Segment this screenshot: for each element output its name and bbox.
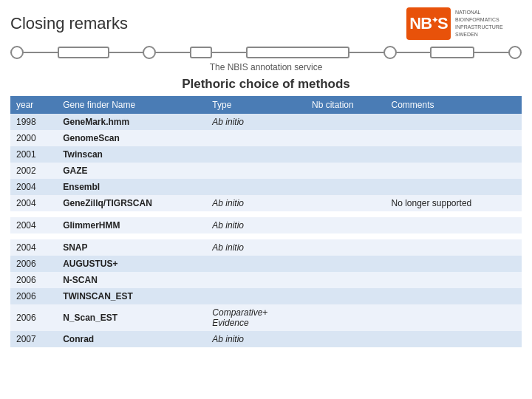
cell-nb	[306, 256, 386, 272]
pipeline-node-2	[143, 46, 156, 59]
cell-year: 2006	[10, 272, 57, 288]
cell-nb	[306, 217, 386, 233]
logo-area: NB✦S NATIONAL BIOINFORMATICSINPRASTRUCTU…	[406, 7, 522, 40]
cell-type	[206, 146, 306, 163]
table-row: 2007ConradAb initio	[10, 331, 522, 347]
cell-nb	[306, 195, 386, 211]
cell-year: 2006	[10, 288, 57, 304]
pipeline-bar	[0, 43, 532, 62]
col-type: Type	[206, 96, 306, 114]
cell-name: SNAP	[57, 239, 206, 256]
cell-year: 2004	[10, 239, 57, 256]
cell-nb	[306, 288, 386, 304]
col-nb: Nb citation	[306, 96, 386, 114]
cell-nb	[306, 239, 386, 256]
cell-nb	[306, 272, 386, 288]
cell-name: AUGUSTUS+	[57, 256, 206, 272]
cell-type	[206, 179, 306, 195]
table-row: 2004SNAPAb initio	[10, 239, 522, 256]
pipeline-rect-4	[430, 47, 474, 58]
section-title: Plethoric choice of methods	[0, 74, 532, 96]
table-row: 2006TWINSCAN_EST	[10, 288, 522, 304]
cell-name: GeneMark.hmm	[57, 114, 206, 130]
cell-comments	[385, 179, 522, 195]
cell-comments	[385, 130, 522, 146]
cell-comments	[385, 239, 522, 256]
cell-year: 2004	[10, 217, 57, 233]
logo-text: NB✦S	[409, 16, 447, 32]
col-name: Gene finder Name	[57, 96, 206, 114]
cell-name: GAZE	[57, 163, 206, 179]
table-row: 2001Twinscan	[10, 146, 522, 163]
col-year: year	[10, 96, 57, 114]
table-header-row: year Gene finder Name Type Nb citation C…	[10, 96, 522, 114]
cell-type: Ab initio	[206, 114, 306, 130]
pipeline-rect-1	[58, 47, 109, 58]
pipeline-node-3	[383, 46, 397, 59]
annotation-service-label: The NBIS annotation service	[0, 62, 532, 74]
cell-name: Ensembl	[57, 179, 206, 195]
cell-comments	[385, 288, 522, 304]
cell-nb	[306, 146, 386, 163]
cell-year: 2000	[10, 130, 57, 146]
cell-comments	[385, 146, 522, 163]
cell-year: 2004	[10, 195, 57, 211]
logo-subtitle: NATIONAL BIOINFORMATICSINPRASTRUCTURE SW…	[455, 9, 522, 38]
pipeline-rect-3	[246, 47, 349, 58]
pipeline-node-4	[508, 46, 522, 59]
cell-name: GlimmerHMM	[57, 217, 206, 233]
table-row: 2004GeneZillq/TIGRSCANAb initioNo longer…	[10, 195, 522, 211]
cell-nb	[306, 130, 386, 146]
table-row: 2002GAZE	[10, 163, 522, 179]
table-row: 1998GeneMark.hmmAb initio	[10, 114, 522, 130]
cell-type	[206, 256, 306, 272]
cell-year: 2007	[10, 331, 57, 347]
table-row: 2006AUGUSTUS+	[10, 256, 522, 272]
cell-type: Ab initio	[206, 217, 306, 233]
cell-year: 2006	[10, 256, 57, 272]
table-body: 1998GeneMark.hmmAb initio2000GenomeScan2…	[10, 114, 522, 347]
cell-type	[206, 288, 306, 304]
cell-name: TWINSCAN_EST	[57, 288, 206, 304]
cell-name: Twinscan	[57, 146, 206, 163]
table-row: 2000GenomeScan	[10, 130, 522, 146]
cell-year: 2004	[10, 179, 57, 195]
cell-type	[206, 272, 306, 288]
table-spacer-row	[10, 211, 522, 217]
cell-name: N_Scan_EST	[57, 304, 206, 331]
cell-name: GeneZillq/TIGRSCAN	[57, 195, 206, 211]
table-row: 2004Ensembl	[10, 179, 522, 195]
col-comments: Comments	[385, 96, 522, 114]
methods-table: year Gene finder Name Type Nb citation C…	[10, 96, 522, 347]
cell-comments	[385, 304, 522, 331]
table-spacer-row	[10, 233, 522, 239]
cell-comments	[385, 114, 522, 130]
cell-comments	[385, 217, 522, 233]
page-title: Closing remarks	[10, 14, 128, 33]
cell-type: Ab initio	[206, 331, 306, 347]
table-row: 2004GlimmerHMMAb initio	[10, 217, 522, 233]
cell-type	[206, 130, 306, 146]
cell-comments	[385, 163, 522, 179]
cell-nb	[306, 304, 386, 331]
table-row: 2006N_Scan_ESTComparative+Evidence	[10, 304, 522, 331]
cell-year: 1998	[10, 114, 57, 130]
cell-year: 2001	[10, 146, 57, 163]
cell-nb	[306, 163, 386, 179]
page-header: Closing remarks NB✦S NATIONAL BIOINFORMA…	[0, 0, 532, 43]
nbis-logo: NB✦S	[406, 7, 451, 40]
table-row: 2006N-SCAN	[10, 272, 522, 288]
cell-year: 2002	[10, 163, 57, 179]
pipeline-node-1	[10, 46, 24, 59]
pipeline-rect-2	[190, 47, 212, 58]
cell-nb	[306, 179, 386, 195]
cell-type: Comparative+Evidence	[206, 304, 306, 331]
methods-table-container: year Gene finder Name Type Nb citation C…	[0, 96, 532, 347]
cell-type: Ab initio	[206, 239, 306, 256]
cell-comments	[385, 272, 522, 288]
cell-type	[206, 163, 306, 179]
cell-comments	[385, 256, 522, 272]
cell-name: N-SCAN	[57, 272, 206, 288]
cell-nb	[306, 331, 386, 347]
cell-year: 2006	[10, 304, 57, 331]
